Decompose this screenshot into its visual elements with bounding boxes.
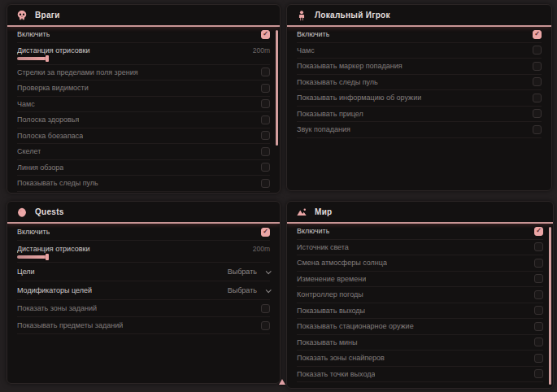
- row-label: Включить: [17, 228, 50, 236]
- setting-row-toggle[interactable]: Показать зоны снайперов: [297, 351, 543, 367]
- setting-row-toggle[interactable]: Показывать следы пуль: [297, 75, 542, 91]
- row-label: Дистанция отрисовки: [17, 245, 90, 253]
- setting-row-toggle[interactable]: Включить✓: [17, 27, 270, 43]
- checkbox[interactable]: ✓: [533, 30, 542, 39]
- setting-row-toggle[interactable]: Включить✓: [297, 27, 542, 43]
- checkbox[interactable]: [261, 163, 270, 172]
- setting-row-toggle[interactable]: Показывать маркер попадания: [297, 59, 542, 75]
- setting-row-toggle[interactable]: Показать зоны заданий: [17, 300, 270, 317]
- row-label: Стрелки за пределами поля зрения: [17, 68, 138, 76]
- checkbox[interactable]: [261, 99, 270, 108]
- check-icon: ✓: [263, 229, 268, 235]
- checkbox[interactable]: [534, 242, 543, 251]
- checkbox[interactable]: [533, 77, 542, 86]
- row-label: Проверка видимости: [17, 84, 89, 92]
- setting-row-toggle[interactable]: Чамс: [17, 97, 270, 113]
- setting-row-toggle[interactable]: Чамс: [297, 43, 542, 59]
- chevron-down-icon: [266, 287, 272, 293]
- setting-row-toggle[interactable]: Показывать прицел: [297, 107, 542, 123]
- checkbox[interactable]: ✓: [534, 227, 543, 236]
- check-icon: ✓: [536, 228, 542, 234]
- setting-row-toggle[interactable]: Смена атмосферы солнца: [297, 255, 543, 272]
- setting-row-toggle[interactable]: Линия обзора: [17, 160, 270, 176]
- slider-handle[interactable]: [46, 254, 49, 260]
- setting-row-toggle[interactable]: Полоска здоровья: [17, 112, 270, 128]
- panel-world-body: Включить✓Источник светаСмена атмосферы с…: [287, 224, 553, 382]
- row-label: Показывать следы пуль: [297, 78, 378, 86]
- setting-row-toggle[interactable]: Контроллер погоды: [297, 287, 543, 303]
- row-label: Показать зоны снайперов: [297, 354, 385, 362]
- panel-title: Враги: [35, 11, 60, 20]
- row-label: Чамс: [17, 100, 35, 108]
- setting-row-slider[interactable]: Дистанция отрисовки200m: [17, 43, 270, 65]
- checkbox[interactable]: [534, 354, 543, 363]
- checkbox[interactable]: ✓: [261, 30, 270, 39]
- checkbox[interactable]: [534, 369, 543, 378]
- checkbox[interactable]: [533, 109, 542, 118]
- checkbox[interactable]: [534, 322, 543, 331]
- row-label: Показывать маркер попадания: [297, 62, 403, 70]
- player-icon: [296, 10, 307, 21]
- row-label: Звук попадания: [297, 125, 350, 133]
- select-dropdown[interactable]: Выбрать: [228, 268, 270, 276]
- row-label: Скелет: [17, 147, 41, 155]
- panel-quests: Quests Включить✓Дистанция отрисовки200mЦ…: [7, 201, 281, 384]
- quests-icon: [16, 207, 28, 218]
- checkbox[interactable]: [261, 84, 270, 93]
- setting-row-toggle[interactable]: Показать точки выхода: [297, 367, 543, 383]
- panel-enemies-header: Враги: [7, 5, 280, 27]
- setting-row-toggle[interactable]: Показывать следы пуль: [17, 176, 270, 192]
- checkbox[interactable]: [533, 125, 542, 134]
- checkbox[interactable]: [261, 147, 270, 156]
- checkbox[interactable]: [261, 115, 270, 124]
- checkbox[interactable]: [261, 68, 270, 76]
- setting-row-toggle[interactable]: Стрелки за пределами поля зрения: [17, 65, 270, 81]
- checkbox[interactable]: [261, 321, 270, 330]
- checkbox[interactable]: [534, 290, 543, 299]
- setting-row-toggle[interactable]: Звук попадания: [297, 122, 542, 138]
- setting-row-toggle[interactable]: Показывать мины: [297, 335, 543, 351]
- checkbox[interactable]: [534, 306, 543, 315]
- slider-track[interactable]: [17, 57, 270, 60]
- setting-row-toggle[interactable]: Показывать стационарное оружие: [297, 319, 543, 335]
- row-label: Показывать предметы заданий: [17, 321, 123, 329]
- row-label: Источник света: [297, 243, 349, 251]
- checkbox[interactable]: ✓: [261, 228, 270, 237]
- slider-handle[interactable]: [46, 55, 49, 62]
- row-label: Полоска здоровья: [17, 115, 79, 124]
- select-dropdown[interactable]: Выбрать: [228, 286, 270, 294]
- setting-row-toggle[interactable]: Полоска боезапаса: [17, 128, 270, 145]
- setting-row-toggle[interactable]: Источник света: [297, 240, 543, 256]
- checkbox[interactable]: [534, 338, 543, 346]
- setting-row-slider[interactable]: Дистанция отрисовки200m: [17, 241, 270, 263]
- setting-row-toggle[interactable]: Проверка видимости: [17, 81, 270, 97]
- scrollbar[interactable]: [549, 227, 551, 385]
- row-label: Показывать выходы: [297, 307, 365, 315]
- panel-local-player-body: Включить✓ЧамсПоказывать маркер попадания…: [287, 27, 551, 138]
- panel-local-player-header: Локальный Игрок: [287, 5, 551, 27]
- setting-row-select[interactable]: ЦелиВыбрать: [17, 263, 270, 281]
- setting-row-toggle[interactable]: Скелет: [17, 144, 270, 160]
- checkbox[interactable]: [533, 62, 542, 71]
- checkbox[interactable]: [261, 304, 270, 313]
- setting-row-toggle[interactable]: Показывать предметы заданий: [17, 317, 270, 334]
- checkbox[interactable]: [261, 179, 270, 188]
- setting-row-toggle[interactable]: Показывать выходы: [297, 303, 543, 320]
- setting-row-toggle[interactable]: Изменение времени: [297, 272, 543, 288]
- checkbox[interactable]: [534, 274, 543, 283]
- slider-track[interactable]: [17, 255, 270, 259]
- slider-value: 200m: [253, 245, 270, 253]
- setting-row-toggle[interactable]: Показывать информацию об оружии: [297, 90, 542, 107]
- slider-fill: [17, 255, 47, 259]
- scrollbar[interactable]: [276, 30, 278, 146]
- checkbox[interactable]: [534, 259, 543, 268]
- setting-row-toggle[interactable]: Включить✓: [297, 224, 543, 240]
- checkbox[interactable]: [533, 46, 542, 54]
- checkbox[interactable]: [261, 131, 270, 140]
- panel-enemies-body: Включить✓Дистанция отрисовки200mСтрелки …: [7, 27, 280, 192]
- panel-world: Мир Включить✓Источник светаСмена атмосфе…: [286, 201, 554, 389]
- setting-row-toggle[interactable]: Включить✓: [17, 224, 270, 241]
- slider-fill: [17, 57, 47, 60]
- setting-row-select[interactable]: Модификаторы целейВыбрать: [17, 281, 270, 300]
- checkbox[interactable]: [533, 94, 542, 102]
